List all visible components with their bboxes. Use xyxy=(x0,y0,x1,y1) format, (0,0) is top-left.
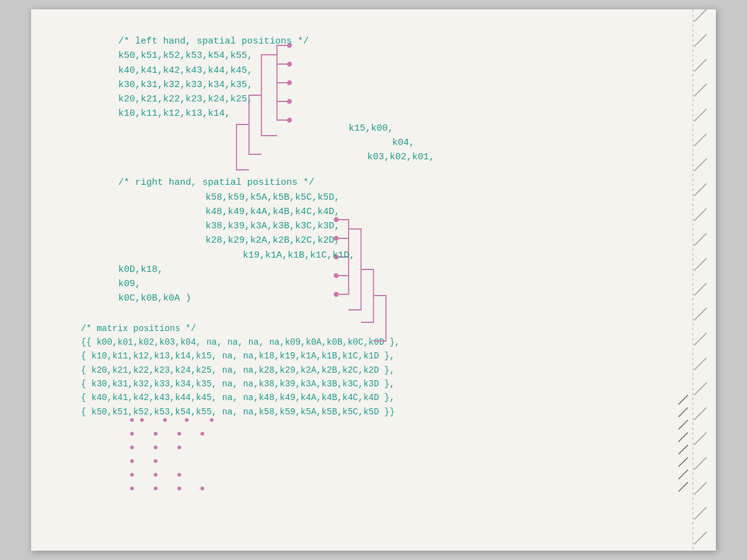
page: /* left hand, spatial positions */ k50,k… xyxy=(31,9,716,551)
svg-point-48 xyxy=(177,432,181,436)
svg-point-60 xyxy=(177,487,181,490)
svg-line-12 xyxy=(694,308,707,320)
right-hand-row-1: k58,k59,k5A,k5B,k5C,k5D, xyxy=(205,190,679,205)
right-hand-section: /* right hand, spatial positions */ k58,… xyxy=(81,175,679,306)
svg-line-4 xyxy=(694,109,707,121)
matrix-row-5: { k40,k41,k42,k43,k44,k45, na, na,k48,k4… xyxy=(81,391,679,404)
right-hand-row-3: k38,k39,k3A,k3B,k3C,k3D, xyxy=(205,219,679,233)
matrix-section: /* matrix positions */ {{ k00,k01,k02,k0… xyxy=(81,322,679,419)
svg-line-18 xyxy=(694,457,707,470)
right-hand-row-7: k09, xyxy=(118,277,679,291)
svg-line-36 xyxy=(679,432,688,442)
left-hand-row-7: k04, xyxy=(392,136,679,150)
svg-line-9 xyxy=(694,233,707,246)
left-hand-row-2: k40,k41,k42,k43,k44,k45, xyxy=(118,63,679,78)
svg-line-6 xyxy=(694,159,707,171)
left-hand-row-4: k20,k21,k22,k23,k24,k25, xyxy=(118,92,679,106)
svg-line-37 xyxy=(679,445,688,454)
svg-line-10 xyxy=(694,258,707,271)
right-hand-row-8: k0C,k0B,k0A ) xyxy=(118,291,679,306)
matrix-row-6: { k50,k51,k52,k53,k54,k55, na, na,k58,k5… xyxy=(81,405,679,419)
left-hand-row-3: k30,k31,k32,k33,k34,k35, xyxy=(118,78,679,92)
svg-line-33 xyxy=(679,395,688,404)
left-hand-section: /* left hand, spatial positions */ k50,k… xyxy=(81,34,679,164)
svg-line-0 xyxy=(694,9,707,22)
matrix-row-2: { k10,k11,k12,k13,k14,k15, na, na,k18,k1… xyxy=(81,349,679,363)
matrix-comment: /* matrix positions */ xyxy=(81,322,679,335)
left-hand-row-6: k15,k00, xyxy=(349,121,679,136)
left-hand-row-5: k10,k11,k12,k13,k14, xyxy=(118,106,679,121)
svg-line-40 xyxy=(679,482,688,492)
left-hand-row-1: k50,k51,k52,k53,k54,k55, xyxy=(118,49,679,63)
svg-line-34 xyxy=(679,408,688,417)
right-hand-row-2: k48,k49,k4A,k4B,k4C,k4D, xyxy=(205,205,679,219)
svg-line-21 xyxy=(694,532,707,544)
matrix-row-1: {{ k00,k01,k02,k03,k04, na, na, na, na,k… xyxy=(81,335,679,349)
svg-point-52 xyxy=(177,446,181,449)
svg-point-59 xyxy=(154,487,157,490)
svg-line-16 xyxy=(694,408,707,420)
svg-point-57 xyxy=(177,473,181,477)
svg-line-5 xyxy=(694,134,707,146)
svg-line-38 xyxy=(679,457,688,467)
svg-point-58 xyxy=(130,487,134,490)
svg-line-19 xyxy=(694,482,707,495)
svg-point-56 xyxy=(154,473,157,477)
right-hand-row-5: k19,k1A,k1B,k1C,k1D, xyxy=(243,248,679,263)
svg-line-1 xyxy=(694,34,707,47)
svg-line-39 xyxy=(679,470,688,479)
right-hand-comment: /* right hand, spatial positions */ xyxy=(118,175,679,190)
svg-line-20 xyxy=(694,507,707,520)
left-hand-row-8: k03,k02,k01, xyxy=(367,150,679,164)
svg-line-14 xyxy=(694,358,707,370)
svg-line-13 xyxy=(694,333,707,345)
svg-line-35 xyxy=(679,420,688,429)
svg-line-2 xyxy=(694,59,707,72)
svg-point-51 xyxy=(154,446,157,449)
svg-point-55 xyxy=(130,473,134,477)
svg-line-11 xyxy=(694,283,707,296)
svg-point-50 xyxy=(130,446,134,449)
svg-line-3 xyxy=(694,84,707,96)
svg-line-8 xyxy=(694,208,707,221)
matrix-row-3: { k20,k21,k22,k23,k24,k25, na, na,k28,k2… xyxy=(81,363,679,377)
right-hand-row-6: k0D,k18, xyxy=(118,263,679,277)
svg-point-54 xyxy=(154,459,157,463)
left-hand-comment: /* left hand, spatial positions */ xyxy=(118,34,679,49)
svg-point-49 xyxy=(200,432,204,436)
svg-point-46 xyxy=(130,432,134,436)
svg-point-61 xyxy=(200,487,204,490)
svg-line-17 xyxy=(694,432,707,445)
right-hand-row-4: k28,k29,k2A,k2B,k2C,k2D, xyxy=(205,233,679,248)
svg-line-7 xyxy=(694,184,707,196)
svg-point-47 xyxy=(154,432,157,436)
matrix-row-4: { k30,k31,k32,k33,k34,k35, na, na,k38,k3… xyxy=(81,377,679,391)
svg-line-15 xyxy=(694,383,707,395)
svg-point-53 xyxy=(130,459,134,463)
